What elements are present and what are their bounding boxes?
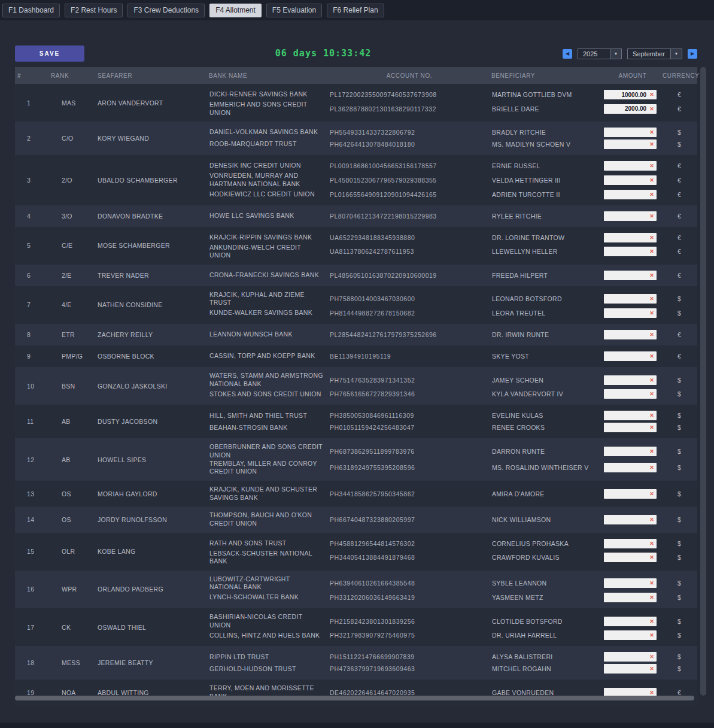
year-select[interactable]: 2025 ▼ — [578, 48, 622, 59]
clear-amount-icon[interactable]: ✕ — [649, 332, 654, 338]
vertical-scrollbar[interactable] — [700, 67, 706, 696]
clear-amount-icon[interactable]: ✕ — [649, 163, 654, 169]
beneficiary-name: ERNIE RUSSEL — [490, 160, 604, 172]
amount-input[interactable]: ✕ — [604, 447, 657, 456]
account-number: PH21582423801301839256 — [329, 613, 490, 629]
account-number: UA81137806242787611953 — [329, 244, 490, 260]
amount-input[interactable]: ✕ — [604, 211, 657, 221]
amount-input[interactable]: ✕ — [604, 411, 657, 420]
amount-cell: ✕ — [604, 160, 661, 172]
rank: 2/E — [50, 269, 96, 281]
previous-period-button[interactable]: ◀ — [563, 49, 572, 59]
clear-amount-icon[interactable]: ✕ — [649, 106, 654, 112]
clear-amount-icon[interactable]: ✕ — [649, 391, 654, 397]
clear-amount-icon[interactable]: ✕ — [649, 310, 654, 316]
amount-input[interactable]: ✕ — [604, 271, 657, 280]
amount-input[interactable]: ✕ — [604, 630, 657, 640]
amount-input[interactable]: ✕ — [604, 175, 657, 185]
clear-amount-icon[interactable]: ✕ — [649, 594, 654, 600]
clear-amount-icon[interactable]: ✕ — [649, 580, 654, 586]
next-period-button[interactable]: ▶ — [688, 49, 697, 59]
amount-input[interactable]: ✕ — [604, 233, 657, 242]
clear-amount-icon[interactable]: ✕ — [649, 465, 654, 471]
clear-amount-icon[interactable]: ✕ — [649, 654, 654, 660]
amount-cell: ✕ — [604, 372, 661, 388]
row-number: 1 — [15, 97, 50, 109]
amount-input[interactable]: ✕ — [604, 463, 657, 472]
amount-input[interactable]: ✕ — [604, 539, 657, 548]
clear-amount-icon[interactable]: ✕ — [649, 129, 654, 135]
amount-input[interactable]: ✕ — [604, 515, 657, 524]
amount-input[interactable]: ✕ — [604, 351, 657, 361]
tab-f5-evaluation[interactable]: F5 Evaluation — [266, 4, 322, 17]
amount-input[interactable]: 10000.00✕ — [604, 90, 657, 99]
clear-amount-icon[interactable]: ✕ — [649, 377, 654, 383]
beneficiary-name: SYBLE LEANNON — [490, 575, 604, 592]
clear-amount-icon[interactable]: ✕ — [649, 448, 654, 454]
amount-input[interactable]: ✕ — [604, 489, 657, 499]
amount-input[interactable]: 2000.00✕ — [604, 104, 657, 114]
amount-input[interactable]: ✕ — [604, 593, 657, 602]
clear-amount-icon[interactable]: ✕ — [649, 235, 654, 241]
table-body: 1MASARON VANDERVORTDICKI-RENNER SAVINGS … — [15, 84, 697, 706]
clear-amount-icon[interactable]: ✕ — [649, 296, 654, 302]
amount-input[interactable]: ✕ — [604, 553, 657, 562]
chevron-down-icon[interactable]: ▼ — [670, 48, 682, 59]
currency-symbol: $ — [661, 388, 697, 400]
bank-name: LEANNON-WUNSCH BANK — [208, 329, 329, 341]
vertical-scrollbar-thumb[interactable] — [700, 67, 706, 696]
clear-amount-icon[interactable]: ✕ — [649, 491, 654, 497]
tab-f1-dashboard[interactable]: F1 Dashboard — [2, 4, 60, 17]
clear-amount-icon[interactable]: ✕ — [649, 632, 654, 638]
amount-input[interactable]: ✕ — [604, 389, 657, 399]
amount-input[interactable]: ✕ — [604, 664, 657, 674]
tab-f2-rest-hours[interactable]: F2 Rest Hours — [65, 4, 123, 17]
clear-amount-icon[interactable]: ✕ — [649, 177, 654, 183]
amount-input[interactable]: ✕ — [604, 330, 657, 339]
currency-symbol: € — [661, 172, 697, 188]
amount-input[interactable]: ✕ — [604, 308, 657, 318]
amount-cell: ✕ — [604, 651, 661, 663]
amount-cell: ✕ — [604, 663, 661, 675]
clear-amount-icon[interactable]: ✕ — [649, 618, 654, 624]
amount-input[interactable]: ✕ — [604, 190, 657, 199]
seafarer-name: TREVER NADER — [96, 269, 208, 281]
clear-amount-icon[interactable]: ✕ — [649, 92, 654, 98]
clear-amount-icon[interactable]: ✕ — [649, 213, 654, 219]
tab-f6-relief-plan[interactable]: F6 Relief Plan — [327, 4, 384, 17]
clear-amount-icon[interactable]: ✕ — [649, 541, 654, 547]
beneficiary-name: KYLA VANDERVORT IV — [490, 388, 604, 400]
clear-amount-icon[interactable]: ✕ — [649, 141, 654, 147]
tab-f3-crew-deductions[interactable]: F3 Crew Deductions — [127, 4, 205, 17]
amount-cell: ✕ — [604, 388, 661, 400]
rank: AB — [50, 454, 96, 466]
amount-input[interactable]: ✕ — [604, 423, 657, 432]
amount-input[interactable]: ✕ — [604, 161, 657, 171]
clear-amount-icon[interactable]: ✕ — [649, 192, 654, 198]
amount-input[interactable]: ✕ — [604, 652, 657, 662]
amount-input[interactable]: ✕ — [604, 578, 657, 588]
amount-input[interactable]: ✕ — [604, 128, 657, 137]
clear-amount-icon[interactable]: ✕ — [649, 248, 654, 254]
amount-input[interactable]: ✕ — [604, 375, 657, 385]
clear-amount-icon[interactable]: ✕ — [649, 666, 654, 672]
clear-amount-icon[interactable]: ✕ — [649, 272, 654, 278]
clear-amount-icon[interactable]: ✕ — [649, 353, 654, 359]
month-select[interactable]: September ▼ — [627, 48, 682, 59]
clear-amount-icon[interactable]: ✕ — [649, 517, 654, 523]
clear-amount-icon[interactable]: ✕ — [649, 554, 654, 560]
clear-amount-icon[interactable]: ✕ — [649, 424, 654, 430]
amount-input[interactable]: ✕ — [604, 294, 657, 304]
clear-amount-icon[interactable]: ✕ — [649, 690, 654, 696]
horizontal-scrollbar[interactable] — [15, 696, 694, 700]
amount-input[interactable]: ✕ — [604, 139, 657, 149]
bank-name: OBERBRUNNER AND SONS CREDIT UNION — [208, 443, 329, 459]
chevron-down-icon[interactable]: ▼ — [610, 48, 622, 59]
amount-input[interactable]: ✕ — [604, 617, 657, 626]
clear-amount-icon[interactable]: ✕ — [649, 412, 654, 418]
tab-f4-allotment[interactable]: F4 Allotment — [209, 4, 262, 17]
amount-cell: ✕ — [604, 307, 661, 319]
bank-name: CRONA-FRANECKI SAVINGS BANK — [208, 269, 329, 281]
amount-cell: ✕ — [604, 629, 661, 641]
amount-input[interactable]: ✕ — [604, 247, 657, 256]
